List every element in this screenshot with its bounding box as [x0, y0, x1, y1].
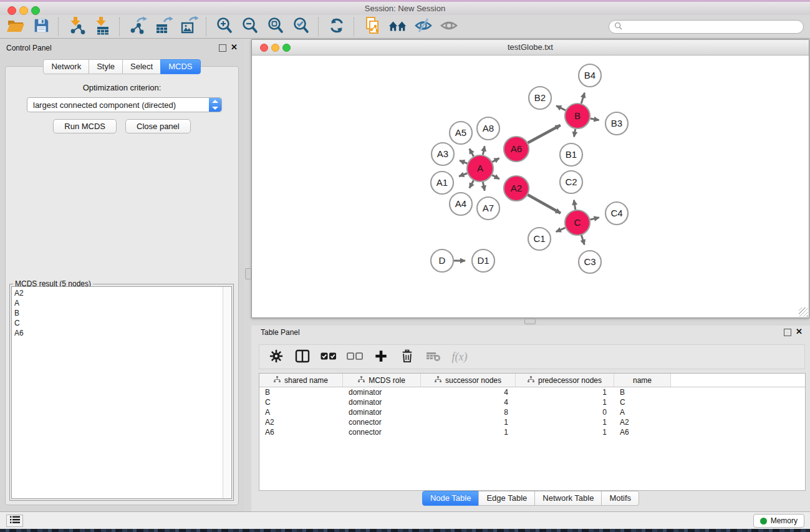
horizontal-split-handle[interactable] — [524, 319, 536, 324]
list-scrollbar[interactable] — [223, 287, 231, 498]
graph-edge-A-A7[interactable] — [483, 182, 485, 191]
table-cell[interactable]: A2 — [259, 418, 343, 427]
mcds-result-item[interactable]: C — [12, 318, 231, 328]
graph-edge-A-A2[interactable] — [492, 175, 499, 179]
tab-mcds[interactable]: MCDS — [160, 59, 200, 74]
graph-edge-A2-C[interactable] — [528, 195, 561, 213]
tab-node-table[interactable]: Node Table — [422, 491, 480, 506]
graph-edge-B-B1[interactable] — [574, 129, 576, 137]
graph-edge-A-A3[interactable] — [460, 160, 467, 163]
import-network-button[interactable] — [64, 16, 89, 37]
deselect-all-button[interactable] — [347, 349, 363, 365]
memory-button[interactable]: Memory — [753, 514, 804, 528]
graph-node-D[interactable]: D — [431, 249, 453, 272]
table-row[interactable]: Cdominator41C — [259, 397, 805, 407]
close-panel-icon[interactable]: ✕ — [231, 43, 238, 52]
zoom-selected-button[interactable] — [288, 16, 314, 37]
graph-node-A8[interactable]: A8 — [477, 117, 499, 140]
table-cell[interactable]: A — [259, 408, 343, 417]
table-row[interactable]: A6connector11A6 — [259, 427, 805, 437]
zoom-in-button[interactable] — [211, 16, 237, 37]
graph-edge-C-C3[interactable] — [581, 235, 584, 244]
graph-node-B1[interactable]: B1 — [560, 143, 582, 166]
mcds-result-item[interactable]: B — [12, 308, 231, 318]
minimize-window-button[interactable] — [19, 6, 28, 15]
graph-node-C4[interactable]: C4 — [605, 202, 628, 225]
table-row[interactable]: A2connector11A2 — [259, 417, 805, 427]
network-minimize-button[interactable] — [271, 44, 279, 52]
table-cell[interactable]: connector — [343, 418, 421, 427]
save-session-button[interactable] — [28, 16, 54, 37]
graph-node-C3[interactable]: C3 — [579, 251, 601, 273]
graph-edge-C-C4[interactable] — [590, 218, 599, 220]
zoom-out-button[interactable] — [237, 16, 263, 37]
tab-edge-table[interactable]: Edge Table — [478, 491, 535, 506]
column-header-shared-name[interactable]: shared name — [259, 374, 343, 387]
graph-node-A1[interactable]: A1 — [431, 172, 453, 194]
table-cell[interactable]: connector — [343, 428, 421, 437]
show-panels-button[interactable] — [436, 16, 461, 37]
tab-select[interactable]: Select — [122, 59, 161, 74]
graph-edge-A-A1[interactable] — [459, 173, 467, 177]
graph-edge-B-B4[interactable] — [581, 93, 584, 104]
graph-node-D1[interactable]: D1 — [472, 249, 494, 272]
graph-edge-C-C1[interactable] — [556, 228, 566, 231]
select-all-button[interactable] — [321, 349, 337, 365]
table-row[interactable]: Adominator80A — [259, 407, 805, 417]
close-window-button[interactable] — [7, 6, 16, 15]
graph-edge-A-A6[interactable] — [492, 158, 499, 162]
table-cell[interactable]: A6 — [259, 428, 343, 437]
graph-node-A7[interactable]: A7 — [477, 197, 499, 220]
table-cell[interactable]: A6 — [614, 428, 671, 437]
tab-motifs[interactable]: Motifs — [601, 491, 639, 506]
graph-node-B3[interactable]: B3 — [605, 112, 628, 135]
graph-edge-C-C2[interactable] — [574, 200, 575, 210]
run-mcds-button[interactable]: Run MCDS — [53, 119, 117, 133]
column-header-successor-nodes[interactable]: successor nodes — [421, 374, 516, 387]
delete-table-button[interactable] — [425, 349, 441, 365]
table-row[interactable]: Bdominator41B — [259, 387, 805, 397]
graph-node-A3[interactable]: A3 — [432, 143, 454, 165]
graph-node-B2[interactable]: B2 — [529, 87, 551, 109]
graph-node-C[interactable]: C — [565, 210, 590, 235]
table-cell[interactable]: A — [614, 408, 671, 417]
table-cell[interactable]: dominator — [343, 408, 421, 417]
table-cell[interactable]: 1 — [516, 398, 614, 407]
vertical-split-handle[interactable] — [245, 268, 251, 279]
graph-edge-A-A8[interactable] — [483, 146, 485, 155]
split-columns-button[interactable] — [294, 349, 311, 365]
graph-node-B[interactable]: B — [565, 104, 590, 128]
graph-edge-A6-B[interactable] — [528, 125, 560, 143]
mcds-result-item[interactable]: A6 — [12, 328, 231, 338]
table-settings-button[interactable] — [268, 349, 284, 365]
tab-network-table[interactable]: Network Table — [534, 491, 602, 506]
table-cell[interactable]: 1 — [421, 418, 516, 427]
close-table-panel-icon[interactable]: ✕ — [796, 327, 803, 336]
window-resize-grip[interactable] — [799, 307, 808, 317]
graph-node-A[interactable]: A — [467, 155, 493, 181]
network-window-titlebar[interactable]: testGlobe.txt — [252, 40, 809, 56]
column-header-MCDS-role[interactable]: MCDS role — [343, 374, 421, 387]
float-panel-icon[interactable] — [219, 44, 226, 52]
export-table-button[interactable] — [150, 16, 176, 37]
zoom-window-button[interactable] — [31, 6, 40, 15]
apply-layout-button[interactable] — [324, 16, 349, 37]
export-network-button[interactable] — [125, 16, 150, 37]
table-cell[interactable]: C — [259, 398, 343, 407]
table-cell[interactable]: 0 — [516, 408, 614, 417]
graph-node-A6[interactable]: A6 — [504, 137, 529, 162]
table-cell[interactable]: 1 — [421, 428, 516, 437]
graph-edge-B-B2[interactable] — [556, 106, 566, 110]
graph-edge-A-A4[interactable] — [470, 180, 474, 188]
delete-column-button[interactable] — [399, 349, 415, 365]
graph-node-A4[interactable]: A4 — [450, 193, 472, 215]
network-graph[interactable]: B4B2BB3A8A5A6B1A3AC2A1A2A4A7C4CC1C3DD1 — [252, 56, 809, 318]
table-cell[interactable]: B — [614, 388, 671, 397]
graph-node-C1[interactable]: C1 — [528, 228, 551, 250]
search-input[interactable] — [625, 22, 798, 32]
table-cell[interactable]: 4 — [421, 398, 516, 407]
birds-eye-view-button[interactable] — [385, 16, 410, 37]
column-header-predecessor-nodes[interactable]: predecessor nodes — [516, 374, 614, 387]
tab-network[interactable]: Network — [43, 59, 89, 74]
table-cell[interactable]: dominator — [343, 398, 421, 407]
